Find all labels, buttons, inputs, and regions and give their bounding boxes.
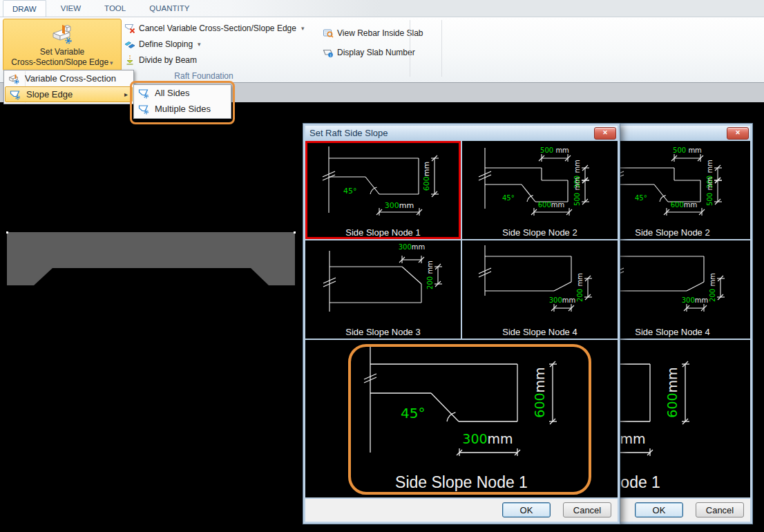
svg-text:600mm: 600mm — [422, 162, 431, 191]
tab-draw[interactable]: DRAW — [3, 0, 46, 17]
svg-text:500 mm: 500 mm — [540, 146, 569, 154]
tab-tool[interactable]: TOOL — [95, 0, 135, 17]
set-variable-cross-section-slope-edge-button[interactable]: Set Variable Cross-Section/Slope Edge▾ — [3, 19, 122, 71]
ribbon-separator — [441, 20, 442, 77]
big-button-label-line1: Set Variable — [40, 47, 84, 57]
svg-text:500 mm: 500 mm — [706, 177, 714, 206]
dialog-title: Set Raft Side Slope — [309, 128, 388, 138]
menu-item-variable-cross-section[interactable]: Variable Cross-Section — [4, 70, 133, 86]
slope-node-cell-2[interactable]: 45°500 mm300 mm500 mm600mmSide Slope Nod… — [462, 141, 618, 239]
ok-button[interactable]: OK — [502, 502, 551, 517]
submenu-item-all-sides[interactable]: All Sides — [134, 85, 231, 101]
slope-node-drawing: 45°500 mm300 mm500 mm600mm — [462, 141, 618, 227]
dropdown-arrow-icon: ▾ — [301, 25, 305, 32]
svg-text:45°: 45° — [401, 405, 425, 421]
svg-text:500 mm: 500 mm — [673, 146, 702, 154]
svg-text:300mm: 300mm — [682, 296, 709, 304]
slope-edge-icon — [10, 89, 21, 100]
slope-node-drawing: 45°600mm300mm — [305, 340, 618, 473]
svg-text:500 mm: 500 mm — [573, 177, 581, 206]
slope-node-label: Side Slope Node 1 — [305, 227, 461, 238]
slope-node-cell-1[interactable]: 45°600mm300mmSide Slope Node 1 — [305, 141, 461, 239]
preview-label: Side Slope Node 1 — [305, 473, 618, 492]
ok-button[interactable]: OK — [635, 502, 683, 517]
cancel-variable-cross-section-slope-edge-button[interactable]: Cancel Variable Cross-Section/Slope Edge… — [124, 23, 304, 34]
close-button[interactable]: ✕ — [594, 127, 616, 140]
svg-text:200 mm: 200 mm — [709, 273, 716, 302]
svg-text:45°: 45° — [343, 187, 357, 196]
display-slab-number-button[interactable]: i Display Slab Number — [323, 47, 415, 58]
svg-text:200 mm: 200 mm — [576, 273, 584, 302]
svg-text:300mm: 300mm — [462, 431, 513, 446]
slope-edge-submenu: All Sides Multiple Sides — [133, 84, 231, 119]
display-slab-number-icon: i — [323, 47, 334, 58]
dropdown-arrow-icon: ▾ — [198, 41, 201, 48]
submenu-arrow-icon: ▸ — [124, 91, 128, 98]
set-raft-side-slope-dialog: Set Raft Side Slope✕45°600mm300mmSide Sl… — [303, 123, 620, 524]
slope-node-label: Side Slope Node 3 — [305, 327, 461, 337]
big-button-label-line2: Cross-Section/Slope Edge — [11, 57, 108, 67]
slope-node-cell-3[interactable]: 300mm200 mmSide Slope Node 3 — [305, 240, 461, 339]
cancel-button[interactable]: Cancel — [696, 502, 744, 517]
svg-text:45°: 45° — [502, 194, 515, 202]
svg-text:200 mm: 200 mm — [426, 260, 434, 289]
variable-cross-section-icon — [8, 73, 19, 84]
slope-node-label: Side Slope Node 4 — [462, 327, 618, 337]
view-rebar-inside-slab-button[interactable]: View Rebar Inside Slab — [323, 28, 423, 39]
ribbon-item-label: Divide by Beam — [139, 55, 197, 65]
variable-cross-section-big-icon — [50, 24, 75, 47]
divide-by-beam-icon — [124, 55, 135, 66]
tab-quantity[interactable]: QUANTITY — [140, 0, 198, 17]
submenu-item-label: All Sides — [155, 88, 190, 98]
ribbon-group-label: Raft Foundation — [145, 71, 262, 81]
menu-item-label: Variable Cross-Section — [25, 73, 116, 84]
svg-text:600mm: 600mm — [532, 367, 547, 417]
slope-node-grid: 45°600mm300mmSide Slope Node 145°500 mm3… — [305, 141, 618, 522]
dropdown-arrow-icon: ▾ — [110, 59, 113, 66]
slope-node-label: Side Slope Node 2 — [462, 227, 618, 238]
set-variable-dropdown-menu: Variable Cross-Section Slope Edge ▸ — [3, 70, 134, 104]
define-sloping-icon — [124, 39, 135, 50]
svg-text:600mm: 600mm — [665, 367, 680, 417]
svg-text:600mm: 600mm — [671, 201, 698, 209]
divide-by-beam-button[interactable]: Divide by Beam — [124, 55, 197, 66]
slope-edge-icon — [138, 104, 149, 115]
svg-text:300mm: 300mm — [549, 296, 576, 304]
slope-node-preview: 45°600mm300mmSide Slope Node 1 — [305, 340, 618, 497]
ribbon-separator — [410, 20, 410, 77]
submenu-item-label: Multiple Sides — [155, 104, 211, 114]
menu-item-label: Slope Edge — [26, 89, 73, 99]
grip-point — [6, 231, 8, 234]
ribbon-item-label: Define Sloping — [139, 39, 193, 49]
cancel-slope-edge-icon — [124, 23, 135, 34]
submenu-item-multiple-sides[interactable]: Multiple Sides — [134, 101, 231, 117]
dialog-button-row: OKCancel — [305, 499, 618, 522]
define-sloping-button[interactable]: Define Sloping ▾ — [124, 39, 201, 50]
ribbon-item-label: Display Slab Number — [337, 48, 415, 57]
ribbon-item-label: Cancel Variable Cross-Section/Slope Edge — [139, 23, 296, 33]
ribbon-tab-row: DRAW VIEW TOOL QUANTITY — [0, 0, 764, 17]
slope-node-drawing: 200 mm300mm — [462, 240, 618, 326]
slope-node-cell-4[interactable]: 200 mm300mmSide Slope Node 4 — [462, 240, 618, 339]
svg-text:600mm: 600mm — [538, 201, 565, 209]
dialog-title-bar[interactable]: Set Raft Side Slope✕ — [305, 126, 618, 141]
menu-item-slope-edge[interactable]: Slope Edge ▸ — [5, 86, 133, 102]
slope-edge-icon — [138, 88, 149, 99]
svg-text:300mm: 300mm — [385, 201, 414, 210]
cancel-button[interactable]: Cancel — [563, 502, 611, 517]
raft-foundation-cross-section-shape[interactable] — [7, 232, 295, 285]
tab-view[interactable]: VIEW — [52, 0, 90, 17]
svg-text:300mm: 300mm — [399, 243, 426, 251]
application-window: DRAW VIEW TOOL QUANTITY Set Variable — [0, 0, 764, 532]
close-button[interactable]: ✕ — [727, 127, 749, 140]
svg-text:45°: 45° — [635, 194, 647, 202]
view-rebar-icon — [323, 28, 334, 39]
slope-node-drawing: 300mm200 mm — [305, 240, 461, 326]
grip-point — [294, 231, 296, 234]
slope-node-drawing: 45°600mm300mm — [305, 141, 461, 227]
